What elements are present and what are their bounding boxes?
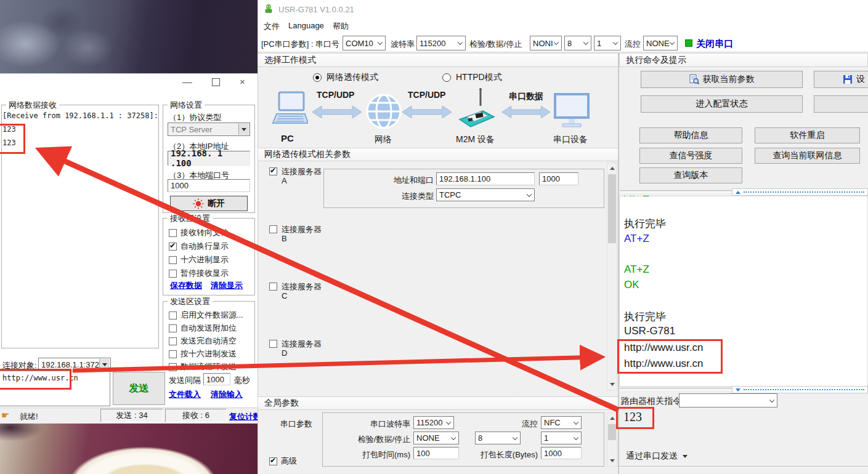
- radio-selected-icon: [313, 73, 322, 82]
- checkbox-pause-recv[interactable]: 暂停接收显示: [169, 268, 229, 279]
- clear-input-link[interactable]: 清除输入: [211, 389, 243, 400]
- checkbox-auto-append[interactable]: 自动发送附加位: [169, 323, 237, 334]
- scroll-up-icon[interactable]: [607, 414, 617, 423]
- get-params-button[interactable]: 获取当前参数: [641, 71, 803, 88]
- scroll-down-icon[interactable]: [607, 380, 617, 389]
- send-via-serial-button[interactable]: 通过串口发送: [626, 451, 688, 462]
- signal-strength-button[interactable]: 查信号强度: [639, 148, 742, 164]
- reset-counter-link[interactable]: 复位计数: [229, 411, 258, 422]
- save-params-button[interactable]: 设: [814, 71, 868, 88]
- pc-icon: [270, 91, 308, 131]
- local-ip-field[interactable]: 192.168. 1 .100: [168, 151, 250, 166]
- query-version-button[interactable]: 查询版本: [639, 167, 742, 183]
- radio-httpd-mode[interactable]: HTTPD模式: [442, 72, 502, 83]
- net-params-header: 网络透传模式相关参数: [258, 148, 619, 161]
- flow-select[interactable]: NONE: [643, 36, 678, 50]
- g-databits-select[interactable]: 8: [475, 432, 521, 444]
- packtime-input[interactable]: 100: [413, 447, 459, 459]
- local-port-field[interactable]: 1000: [168, 179, 250, 192]
- splitter-groove[interactable]: [620, 190, 732, 193]
- menu-help[interactable]: 帮助: [333, 21, 349, 32]
- server-a-checkbox[interactable]: [269, 167, 277, 175]
- router-cmd-select[interactable]: [679, 393, 777, 408]
- checkbox-file-source[interactable]: 启用文件数据源...: [169, 310, 243, 321]
- baud-value: 115200: [420, 39, 445, 48]
- checkbox-auto-newline[interactable]: 自动换行显示: [169, 241, 229, 252]
- checkbox-hex-display[interactable]: 十六进制显示: [169, 254, 229, 265]
- log-splitter[interactable]: [732, 188, 868, 196]
- scroll-thumb[interactable]: [608, 424, 616, 440]
- chevron-down-icon: [574, 419, 578, 424]
- server-a-address-input[interactable]: 192.168.1.100: [436, 172, 535, 185]
- baud-select[interactable]: 115200: [416, 36, 466, 50]
- splitter-groove[interactable]: [620, 388, 732, 390]
- packlen-input[interactable]: 1000: [541, 447, 582, 459]
- dropdown-arrow-icon[interactable]: [238, 124, 249, 135]
- annotation-box-send-input: [0, 369, 71, 390]
- enter-config-button[interactable]: 进入配置状态: [641, 95, 803, 113]
- g-baud-select[interactable]: 115200: [413, 416, 454, 429]
- checkbox-clear-after-send[interactable]: 发送完自动清空: [169, 335, 237, 347]
- router-splitter[interactable]: [732, 386, 868, 393]
- maximize-icon[interactable]: [212, 78, 220, 86]
- app-title: USR-G781 V1.0.0.21: [278, 5, 354, 14]
- net-params-scrollbar[interactable]: [607, 163, 617, 390]
- stopbits-select[interactable]: 1: [594, 36, 621, 50]
- checkbox-recv-to-file[interactable]: 接收转向文件...: [169, 227, 235, 238]
- send-interval-input[interactable]: 1000: [203, 373, 230, 385]
- pc-serial-label: [PC串口参数] : 串口号: [261, 39, 339, 50]
- server-c-checkbox[interactable]: [269, 283, 277, 291]
- save-data-link[interactable]: 保存数据: [170, 280, 202, 291]
- get-params-icon: [689, 74, 699, 84]
- advanced-checkbox[interactable]: 高级: [269, 456, 297, 467]
- g-flow-label: 流控: [501, 419, 538, 430]
- disconnect-button[interactable]: 断开: [170, 196, 248, 211]
- clear-display-link[interactable]: 清除显示: [211, 280, 243, 291]
- close-serial-button[interactable]: 关闭串口: [696, 38, 733, 50]
- flow-label: 流控: [625, 39, 641, 50]
- load-file-link[interactable]: 文件载入: [169, 389, 201, 400]
- scroll-down-icon[interactable]: [607, 456, 617, 465]
- g-flow-select[interactable]: NFC: [541, 416, 582, 429]
- conn-type-select[interactable]: TCPC: [436, 188, 535, 201]
- link3-label: 串口数据: [509, 91, 543, 102]
- checkbox-send-hex[interactable]: 按十六进制发送: [169, 348, 237, 360]
- parity-select[interactable]: NONI: [530, 36, 562, 50]
- help-info-button[interactable]: 帮助信息: [639, 127, 742, 143]
- databits-select[interactable]: 8: [564, 36, 591, 50]
- server-b-checkbox[interactable]: [269, 225, 277, 233]
- parity-value: NONI: [533, 39, 553, 48]
- link2-label: TCP/UDP: [408, 90, 445, 100]
- protocol-select[interactable]: TCP Server: [168, 123, 250, 136]
- radio-transparent-mode[interactable]: 网络透传模式: [313, 72, 378, 83]
- checkbox-icon: [169, 311, 177, 319]
- g-parity-select[interactable]: NONE: [413, 432, 459, 444]
- checkbox-icon: [169, 324, 177, 332]
- software-restart-button[interactable]: 软件重启: [755, 127, 860, 143]
- net-info-button[interactable]: 查询当前联网信息: [755, 148, 860, 164]
- collapse-up-icon[interactable]: [736, 191, 740, 194]
- dropdown-arrow-icon[interactable]: [99, 359, 110, 370]
- checkbox-icon: [169, 256, 177, 264]
- com-port-select[interactable]: COM10: [343, 36, 386, 50]
- server-d-checkbox[interactable]: [269, 340, 277, 348]
- close-icon[interactable]: ×: [240, 76, 245, 87]
- server-c-label: 连接服务器: [282, 281, 322, 292]
- checkbox-loop-send[interactable]: 数据流循环发送: [169, 361, 237, 372]
- scroll-up-icon[interactable]: [607, 164, 617, 173]
- menu-language[interactable]: Language: [288, 21, 324, 30]
- g-stopbits-select[interactable]: 1: [541, 432, 582, 444]
- server-a-port-input[interactable]: 1000: [539, 172, 578, 185]
- minimize-icon[interactable]: [182, 82, 192, 83]
- work-mode-header: 选择工作模式: [258, 53, 619, 67]
- receive-group-title: 网络数据接收: [6, 100, 59, 111]
- send-button[interactable]: 发送: [113, 372, 165, 405]
- cutoff-button[interactable]: [814, 95, 868, 113]
- log-line: 执行完毕: [624, 310, 666, 324]
- collapse-down-icon[interactable]: [736, 388, 740, 392]
- send-settings-title: 发送区设置: [168, 296, 213, 307]
- radio-label: 网络透传模式: [327, 72, 378, 83]
- scroll-thumb[interactable]: [608, 174, 616, 243]
- send-interval-label: 发送间隔: [169, 375, 201, 386]
- menu-file[interactable]: 文件: [264, 21, 280, 32]
